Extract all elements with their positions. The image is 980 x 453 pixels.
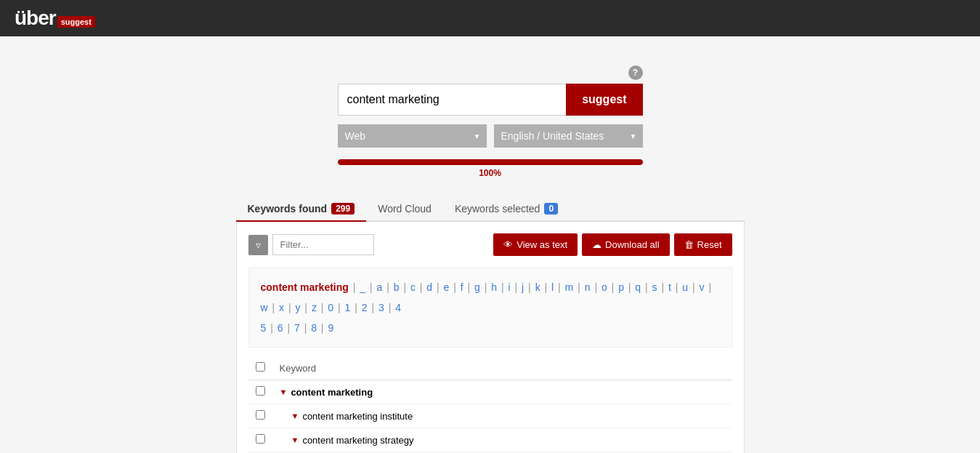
row-checkbox-cell xyxy=(248,428,272,452)
toolbar: ▿ 👁 View as text ☁ Download all 🗑 xyxy=(248,233,732,256)
tab-keywords-selected-label: Keywords selected xyxy=(455,203,540,215)
alpha-m[interactable]: m xyxy=(565,281,574,293)
alpha-0[interactable]: 0 xyxy=(328,302,333,313)
download-all-label: Download all xyxy=(605,239,659,250)
filter-input[interactable] xyxy=(272,234,374,255)
language-dropdown-wrapper[interactable]: English / United States English / United… xyxy=(494,124,643,148)
alpha-q[interactable]: q xyxy=(635,281,641,293)
alpha-k[interactable]: k xyxy=(535,281,540,293)
logo-uber-text: über xyxy=(15,7,56,30)
progress-bar xyxy=(338,159,643,165)
filter-icon: ▿ xyxy=(256,239,261,251)
keyword-cell: ▼ content marketing xyxy=(272,380,732,404)
tab-keywords-selected[interactable]: Keywords selected 0 xyxy=(443,197,570,222)
tab-keywords-selected-badge: 0 xyxy=(544,203,558,215)
alpha-2[interactable]: 2 xyxy=(362,302,368,313)
alpha-s[interactable]: s xyxy=(652,281,657,293)
search-section: ? suggest Web Images News Shopping Video… xyxy=(0,51,980,197)
progress-label: 100% xyxy=(338,168,643,178)
tab-word-cloud[interactable]: Word Cloud xyxy=(366,197,443,222)
download-icon: ☁ xyxy=(592,239,602,250)
alpha-9[interactable]: 9 xyxy=(328,322,333,334)
alpha-v[interactable]: v xyxy=(700,281,705,293)
search-input[interactable] xyxy=(338,84,567,116)
row-checkbox[interactable] xyxy=(256,434,265,444)
dropdowns-row: Web Images News Shopping Video English /… xyxy=(338,124,643,148)
alpha-7[interactable]: 7 xyxy=(294,322,300,334)
download-all-button[interactable]: ☁ Download all xyxy=(582,233,669,256)
row-checkbox[interactable] xyxy=(256,386,265,396)
tab-keywords-found-badge: 299 xyxy=(331,203,355,215)
language-dropdown[interactable]: English / United States English / United… xyxy=(494,124,643,148)
expand-arrow-icon[interactable]: ▼ xyxy=(280,388,288,396)
reset-button[interactable]: 🗑 Reset xyxy=(674,233,732,256)
keyword-text: content marketing xyxy=(291,387,373,398)
alpha-o[interactable]: o xyxy=(602,281,607,293)
alpha-j[interactable]: j xyxy=(522,281,524,293)
trash-icon: 🗑 xyxy=(684,239,694,250)
help-icon[interactable]: ? xyxy=(628,65,643,80)
row-checkbox[interactable] xyxy=(256,410,265,420)
row-checkbox-cell xyxy=(248,404,272,428)
alpha-g[interactable]: g xyxy=(474,281,480,293)
logo: über suggest xyxy=(15,7,95,30)
alpha-w[interactable]: w xyxy=(261,302,268,313)
alpha-sep-1: | xyxy=(353,281,356,293)
tab-word-cloud-label: Word Cloud xyxy=(378,203,432,215)
alpha-base-keyword[interactable]: content marketing xyxy=(261,281,349,293)
keyword-table: Keyword ▼ content marketing xyxy=(248,356,732,453)
alpha-x[interactable]: x xyxy=(279,302,284,313)
alpha-3[interactable]: 3 xyxy=(378,302,384,313)
eye-icon: 👁 xyxy=(503,239,513,250)
row-checkbox-cell xyxy=(248,380,272,404)
alpha-1[interactable]: 1 xyxy=(345,302,351,313)
alpha-i[interactable]: i xyxy=(509,281,511,293)
results-panel: ▿ 👁 View as text ☁ Download all 🗑 xyxy=(236,222,745,453)
alpha-p[interactable]: p xyxy=(618,281,624,293)
app-header: über suggest xyxy=(0,0,980,36)
alpha-y[interactable]: y xyxy=(295,302,300,313)
alpha-5[interactable]: 5 xyxy=(261,322,267,334)
help-icon-row: ? xyxy=(338,65,643,80)
alpha-8[interactable]: 8 xyxy=(311,322,317,334)
alpha-f[interactable]: f xyxy=(461,281,463,293)
alpha-h[interactable]: h xyxy=(491,281,497,293)
alpha-u[interactable]: u xyxy=(682,281,688,293)
web-dropdown[interactable]: Web Images News Shopping Video xyxy=(338,124,487,148)
alpha-a[interactable]: a xyxy=(377,281,383,293)
tabs-row: Keywords found 299 Word Cloud Keywords s… xyxy=(236,197,745,222)
table-header-keyword: Keyword xyxy=(272,356,732,380)
alpha-d[interactable]: d xyxy=(426,281,432,293)
tab-keywords-found[interactable]: Keywords found 299 xyxy=(236,197,367,222)
alpha-n[interactable]: n xyxy=(585,281,591,293)
table-row: ▼ content marketing institute xyxy=(248,404,732,428)
reset-label: Reset xyxy=(697,239,722,250)
alpha-c[interactable]: c xyxy=(410,281,416,293)
alpha-l[interactable]: l xyxy=(551,281,554,293)
expand-arrow-icon[interactable]: ▼ xyxy=(291,436,299,444)
logo-suggest-text: suggest xyxy=(57,16,95,28)
alpha-4[interactable]: 4 xyxy=(395,302,401,313)
view-as-text-button[interactable]: 👁 View as text xyxy=(493,233,578,256)
alpha-z[interactable]: z xyxy=(312,302,317,313)
keyword-text: content marketing strategy xyxy=(302,435,413,446)
table-row: ▼ content marketing xyxy=(248,380,732,404)
keyword-text: content marketing institute xyxy=(302,411,413,422)
filter-icon-button[interactable]: ▿ xyxy=(248,235,268,255)
alpha-6[interactable]: 6 xyxy=(278,322,283,334)
alpha-t[interactable]: t xyxy=(668,281,671,293)
alpha-b[interactable]: b xyxy=(394,281,400,293)
table-row: ▼ content marketing strategy xyxy=(248,428,732,452)
view-as-text-label: View as text xyxy=(517,239,567,250)
web-dropdown-wrapper[interactable]: Web Images News Shopping Video xyxy=(338,124,487,148)
alpha-underscore[interactable]: _ xyxy=(360,281,365,293)
select-all-checkbox[interactable] xyxy=(256,362,265,372)
expand-arrow-icon[interactable]: ▼ xyxy=(291,412,299,420)
suggest-button[interactable]: suggest xyxy=(566,84,642,116)
progress-container xyxy=(338,159,643,165)
action-buttons: 👁 View as text ☁ Download all 🗑 Reset xyxy=(493,233,732,256)
main-content: ? suggest Web Images News Shopping Video… xyxy=(0,36,980,453)
alphabet-nav: content marketing | _ | a | b | c | d | … xyxy=(248,268,732,348)
alpha-e[interactable]: e xyxy=(444,281,450,293)
keyword-cell: ▼ content marketing institute xyxy=(272,404,732,428)
